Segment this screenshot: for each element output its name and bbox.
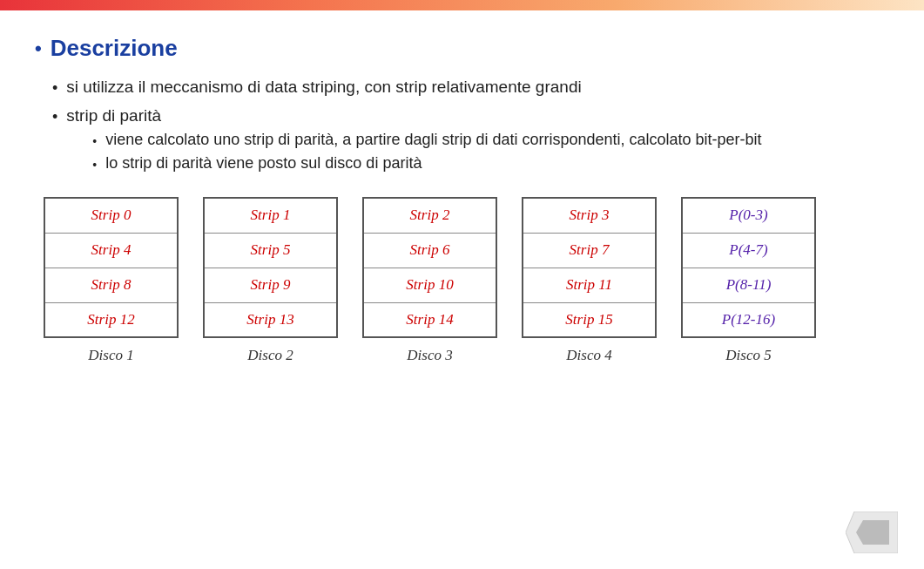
disk-table-3: Strip 2Strip 6Strip 10Strip 14 (362, 197, 497, 338)
table-row: Strip 7 (523, 233, 656, 268)
section-title-text: Descrizione (51, 35, 178, 62)
table-row: Strip 14 (363, 302, 496, 337)
sub-bullet-item-2-text: lo strip di parità viene posto sul disco… (105, 154, 422, 173)
disk-column-2: Strip 1Strip 5Strip 9Strip 13Disco 2 (203, 197, 338, 364)
sub-bullet-item-1: viene calcolato uno strip di parità, a p… (92, 131, 761, 149)
strip-cell-d2-s1: Strip 5 (204, 233, 337, 268)
svg-marker-1 (856, 520, 889, 545)
disk-column-3: Strip 2Strip 6Strip 10Strip 14Disco 3 (362, 197, 497, 364)
table-row: Strip 10 (363, 268, 496, 302)
table-row: P(4-7) (682, 233, 815, 268)
disk-table-1: Strip 0Strip 4Strip 8Strip 12 (44, 197, 179, 338)
diagram-area: Strip 0Strip 4Strip 8Strip 12Disco 1Stri… (44, 197, 889, 364)
strip-cell-d1-s2: Strip 8 (44, 268, 178, 302)
sub-bullet-list: viene calcolato uno strip di parità, a p… (66, 131, 761, 173)
top-bar (0, 0, 924, 10)
strip-cell-d1-s3: Strip 12 (44, 302, 178, 337)
strip-cell-d3-s1: Strip 6 (363, 233, 496, 268)
strip-cell-d5-s1: P(4-7) (682, 233, 815, 268)
table-row: Strip 4 (44, 233, 178, 268)
disk-label-3: Disco 3 (407, 347, 452, 364)
strip-cell-d3-s0: Strip 2 (363, 198, 496, 233)
table-row: P(12-16) (682, 302, 815, 337)
strip-cell-d4-s3: Strip 15 (523, 302, 656, 337)
section-title: Descrizione (35, 35, 889, 62)
disk-table-4: Strip 3Strip 7Strip 11Strip 15 (522, 197, 657, 338)
disk-column-1: Strip 0Strip 4Strip 8Strip 12Disco 1 (44, 197, 179, 364)
strip-cell-d2-s0: Strip 1 (204, 198, 337, 233)
table-row: Strip 6 (363, 233, 496, 268)
table-row: P(8-11) (682, 268, 815, 302)
table-row: Strip 8 (44, 268, 178, 302)
table-row: Strip 0 (44, 198, 178, 233)
sub-bullet-item-1-text: viene calcolato uno strip di parità, a p… (105, 131, 761, 149)
table-row: Strip 13 (204, 302, 337, 337)
strip-cell-d5-s2: P(8-11) (682, 268, 815, 302)
table-row: P(0-3) (682, 198, 815, 233)
strip-cell-d3-s2: Strip 10 (363, 268, 496, 302)
strip-cell-d4-s2: Strip 11 (523, 268, 656, 302)
bullet-item-2-text: strip di parità (66, 106, 161, 125)
strip-cell-d1-s0: Strip 0 (44, 198, 178, 233)
bullet-item-1: si utilizza il meccanismo di data stripi… (52, 78, 889, 98)
disk-column-5: P(0-3)P(4-7)P(8-11)P(12-16)Disco 5 (681, 197, 816, 364)
table-row: Strip 5 (204, 233, 337, 268)
bullet-item-1-text: si utilizza il meccanismo di data stripi… (66, 78, 581, 97)
table-row: Strip 2 (363, 198, 496, 233)
strip-cell-d3-s3: Strip 14 (363, 302, 496, 337)
sub-bullet-item-2: lo strip di parità viene posto sul disco… (92, 154, 761, 173)
table-row: Strip 1 (204, 198, 337, 233)
strip-cell-d1-s1: Strip 4 (44, 233, 178, 268)
bullet-item-2: strip di parità viene calcolato uno stri… (52, 106, 889, 178)
table-row: Strip 15 (523, 302, 656, 337)
disk-column-4: Strip 3Strip 7Strip 11Strip 15Disco 4 (522, 197, 657, 364)
disk-table-5: P(0-3)P(4-7)P(8-11)P(12-16) (681, 197, 816, 338)
disk-label-2: Disco 2 (247, 347, 293, 364)
main-content: Descrizione si utilizza il meccanismo di… (0, 10, 924, 382)
table-row: Strip 3 (523, 198, 656, 233)
disk-table-2: Strip 1Strip 5Strip 9Strip 13 (203, 197, 338, 338)
disk-label-4: Disco 4 (566, 347, 611, 364)
table-row: Strip 9 (204, 268, 337, 302)
strip-cell-d4-s0: Strip 3 (523, 198, 656, 233)
strip-cell-d2-s2: Strip 9 (204, 268, 337, 302)
table-row: Strip 12 (44, 302, 178, 337)
bullet-list: si utilizza il meccanismo di data stripi… (35, 78, 889, 178)
bullet-item-2-content: strip di parità viene calcolato uno stri… (66, 106, 761, 178)
strip-cell-d2-s3: Strip 13 (204, 302, 337, 337)
disk-label-5: Disco 5 (725, 347, 771, 364)
disk-label-1: Disco 1 (88, 347, 133, 364)
table-row: Strip 11 (523, 268, 656, 302)
strip-cell-d5-s0: P(0-3) (682, 198, 815, 233)
strip-cell-d4-s1: Strip 7 (523, 233, 656, 268)
bottom-arrow-icon (846, 511, 898, 553)
strip-cell-d5-s3: P(12-16) (682, 302, 815, 337)
